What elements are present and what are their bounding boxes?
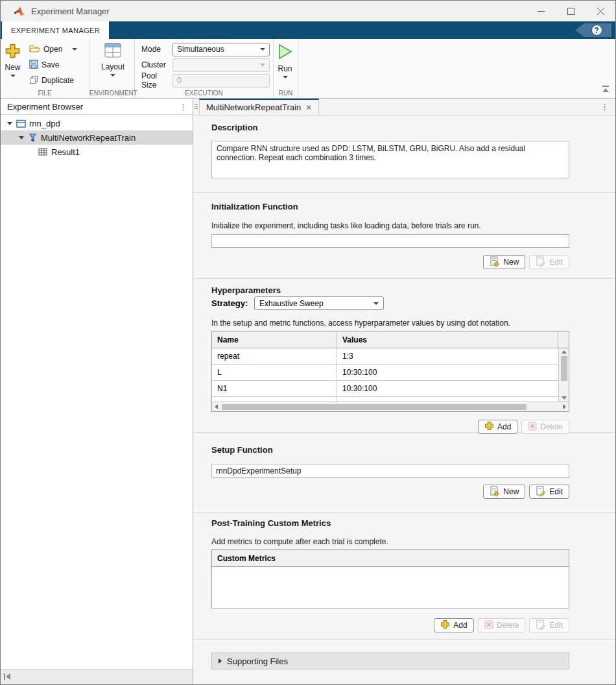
scroll-right-icon[interactable] [563, 404, 566, 409]
run-group: Run RUN [274, 39, 298, 98]
metrics-delete-button: Delete [478, 618, 526, 632]
metrics-edit-button: Edit [529, 618, 569, 632]
initialization-edit-button: Edit [529, 255, 569, 269]
document-menu-icon[interactable]: ⋮ [600, 102, 609, 111]
scroll-up-icon[interactable] [562, 350, 567, 354]
open-button[interactable]: Open [29, 42, 77, 56]
expand-caret-icon[interactable] [16, 136, 27, 139]
column-header-spacer [558, 331, 569, 348]
hyperparam-name-cell[interactable]: networkStructure [212, 397, 337, 402]
browser-panel-title: Experiment Browser [7, 102, 83, 112]
mode-dropdown[interactable]: Simultaneous [172, 43, 270, 56]
minimize-button[interactable] [526, 1, 556, 21]
tab-grip-icon [193, 99, 199, 115]
open-dropdown-caret[interactable] [72, 48, 77, 51]
tree-item-experiment[interactable]: MultiNetworkRepeatTrain [1, 130, 193, 145]
table-row[interactable]: N1 10:30:100 [212, 381, 558, 397]
experiment-definition: Description Compare RNN structure used a… [193, 115, 615, 684]
file-group-label: FILE [1, 90, 89, 97]
metrics-hint: Add metrics to compute after each trial … [211, 537, 615, 546]
collapse-panel-icon[interactable] [3, 671, 11, 683]
tree-item-result[interactable]: Result1 [1, 145, 193, 159]
environment-group: Layout ENVIRONMENT [89, 39, 135, 98]
layout-dropdown-caret[interactable] [110, 74, 115, 77]
experiment-manager-window: Experiment Manager EXPERIMENT MANAGER ? [0, 0, 616, 685]
pool-size-input [172, 74, 270, 88]
custom-metrics-table: Custom Metrics [211, 549, 569, 608]
new-button[interactable]: New [5, 43, 21, 77]
matlab-logo-icon [14, 6, 25, 16]
initialization-new-button[interactable]: New [483, 255, 525, 269]
run-dropdown-caret[interactable] [283, 76, 288, 78]
table-row[interactable]: L 10:30:100 [212, 365, 558, 381]
metrics-add-button[interactable]: Add [434, 618, 473, 632]
hyperparam-name-cell[interactable]: repeat [212, 348, 337, 364]
hyperparameters-table: Name Values repeat 1:3 L [211, 331, 569, 412]
help-icon: ? [591, 25, 602, 36]
cluster-dropdown [172, 58, 270, 72]
layout-icon [104, 43, 121, 60]
hyperparam-name-cell[interactable]: L [212, 365, 337, 380]
setup-edit-button[interactable]: Edit [529, 485, 569, 499]
setup-new-button[interactable]: New [483, 485, 525, 499]
help-button[interactable]: ? [575, 23, 611, 37]
mode-label: Mode [141, 45, 172, 54]
hyperparameters-section: Hyperparameters Strategy: Exhaustive Swe… [193, 279, 615, 433]
column-header-name[interactable]: Name [212, 331, 337, 348]
strategy-dropdown[interactable]: Exhaustive Sweep [254, 296, 384, 310]
tree-item-label: MultiNetworkRepeatTrain [41, 133, 136, 143]
duplicate-button[interactable]: Duplicate [29, 73, 74, 88]
tab-experiment-manager[interactable]: EXPERIMENT MANAGER [2, 21, 109, 39]
new-dropdown-caret[interactable] [10, 75, 16, 77]
vertical-scrollbar[interactable] [558, 348, 569, 402]
tab-close-icon[interactable]: ✕ [305, 103, 312, 112]
doc-tab-label: MultiNetworkRepeatTrain [206, 102, 301, 112]
column-header-values[interactable]: Values [337, 331, 558, 348]
hyperparameter-add-button[interactable]: Add [478, 420, 517, 434]
initialization-function-input[interactable] [211, 234, 569, 248]
tree-item-project[interactable]: rnn_dpd [1, 116, 193, 130]
expand-caret-icon[interactable] [5, 122, 15, 125]
execution-group: Mode Simultaneous Cluster Pool Size EXEC… [135, 39, 274, 98]
table-row[interactable]: networkStructure ["lstm" "bilstm" "gru" … [212, 397, 558, 402]
description-section: Description Compare RNN structure used a… [193, 115, 615, 193]
document-tab-bar: MultiNetworkRepeatTrain ✕ ⋮ [193, 99, 615, 115]
maximize-button[interactable] [556, 1, 586, 21]
hyperparam-values-cell[interactable]: 10:30:100 [337, 381, 558, 396]
setup-function-input[interactable] [211, 464, 569, 478]
run-icon [277, 43, 293, 62]
strategy-label: Strategy: [211, 298, 254, 308]
add-plus-icon [440, 619, 450, 631]
scroll-down-icon[interactable] [562, 396, 567, 400]
collapse-ribbon-icon[interactable] [601, 84, 610, 95]
tab-multinetworkrepeattrain[interactable]: MultiNetworkRepeatTrain ✕ [199, 99, 319, 115]
supporting-files-label: Supporting Files [227, 656, 288, 666]
cluster-label: Cluster [141, 60, 172, 69]
edit-function-icon [536, 256, 546, 269]
panel-status-bar [1, 669, 193, 684]
layout-button[interactable]: Layout [101, 43, 124, 77]
hyperparam-name-cell[interactable]: N1 [212, 381, 337, 396]
metrics-column-header[interactable]: Custom Metrics [212, 550, 569, 567]
close-button[interactable] [586, 1, 615, 21]
browser-menu-icon[interactable]: ⋮ [179, 102, 187, 111]
setup-heading: Setup Function [211, 445, 615, 455]
setup-function-section: Setup Function [193, 433, 615, 513]
table-row[interactable]: repeat 1:3 [212, 348, 558, 365]
description-textarea[interactable]: Compare RNN structure used as DPD: LSTM,… [211, 141, 569, 178]
scrollbar-thumb[interactable] [222, 404, 527, 410]
horizontal-scrollbar[interactable] [212, 402, 569, 411]
new-plus-icon [5, 43, 21, 61]
hyperparam-values-cell[interactable]: 1:3 [337, 348, 558, 364]
run-button[interactable]: Run [277, 43, 293, 78]
toolstrip: New Open [1, 39, 615, 99]
duplicate-icon [29, 75, 38, 86]
supporting-files-toggle[interactable]: Supporting Files [211, 653, 569, 669]
save-button[interactable]: Save [29, 58, 59, 72]
scroll-left-icon[interactable] [215, 404, 218, 409]
experiment-tree: rnn_dpd MultiNetworkRepeatTrain [1, 115, 193, 159]
hyperparam-values-cell[interactable]: 10:30:100 [337, 365, 558, 380]
scrollbar-thumb[interactable] [561, 356, 567, 381]
hyperparam-values-cell[interactable]: ["lstm" "bilstm" "gru" "bigru"] [337, 397, 558, 402]
metrics-empty-body[interactable] [212, 567, 569, 608]
